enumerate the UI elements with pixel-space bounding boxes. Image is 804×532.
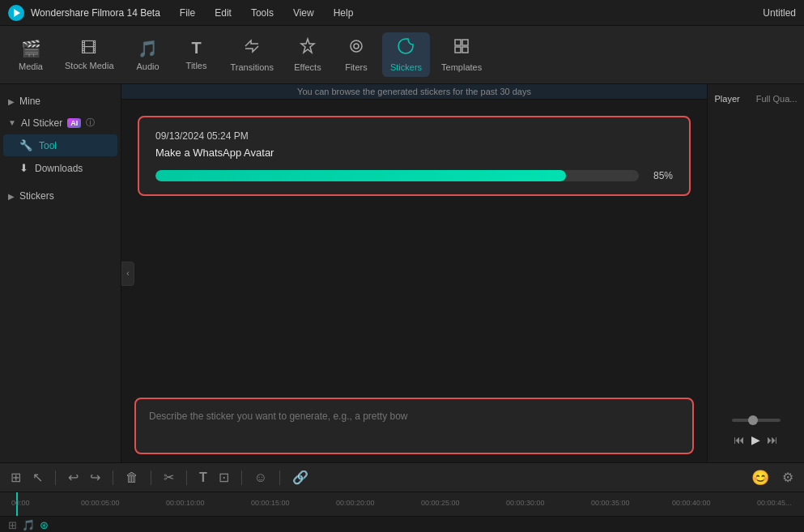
link-button[interactable]: 🔗 [290, 467, 311, 487]
effects-icon [299, 37, 317, 59]
toolbar-titles[interactable]: T Titles [174, 34, 219, 75]
separator-5 [241, 470, 242, 485]
progress-timestamp: 09/13/2024 05:24 PM [155, 130, 673, 142]
ai-badge: AI [67, 118, 81, 128]
tab-full-quality[interactable]: Full Qua... [751, 92, 802, 105]
menu-edit[interactable]: Edit [211, 6, 235, 20]
svg-point-4 [354, 44, 359, 49]
menu-file[interactable]: File [177, 6, 198, 20]
tab-player[interactable]: Player [710, 92, 745, 105]
mine-chevron-icon: ▶ [8, 97, 15, 106]
progress-bar-background [155, 170, 639, 181]
sidebar-section-ai-sticker[interactable]: ▼ AI Sticker AI ⓘ [0, 112, 121, 134]
toolbar-audio[interactable]: 🎵 Audio [125, 34, 171, 76]
app-logo [8, 5, 24, 21]
timeline-track: ⊞ 🎵 ⊛ [0, 517, 804, 532]
notification-text: You can browse the generated stickers fo… [297, 87, 531, 96]
crop-button[interactable]: ⊡ [216, 467, 232, 487]
stickers-chevron-icon: ▶ [8, 192, 15, 201]
toolbar-templates[interactable]: Templates [433, 32, 490, 77]
redo-button[interactable]: ↪ [87, 467, 103, 487]
collapse-sidebar-button[interactable]: ‹ [121, 262, 134, 286]
svg-marker-2 [301, 39, 314, 53]
sidebar-downloads-label: Downloads [35, 163, 83, 174]
emoji-button[interactable]: ☺ [252, 468, 270, 487]
toolbar-stickers[interactable]: Stickers [382, 32, 430, 77]
info-icon[interactable]: ⓘ [86, 117, 95, 129]
delete-button[interactable]: 🗑 [123, 468, 141, 487]
titles-icon: T [191, 39, 201, 57]
sidebar-item-downloads[interactable]: ⬇ Downloads [3, 157, 117, 179]
toolbar-stock-media[interactable]: 🎞 Stock Media [57, 34, 122, 75]
speed-slider-wrap: ⏮ ▶ ⏭ [708, 411, 804, 454]
separator-6 [279, 470, 280, 485]
play-button[interactable]: ▶ [751, 433, 760, 446]
playback-controls: ⏮ ▶ ⏭ [734, 433, 778, 446]
titles-label: Titles [186, 61, 207, 70]
stickers-label: Stickers [390, 62, 422, 72]
window-title: Untitled [763, 7, 796, 19]
next-frame-button[interactable]: ⏭ [767, 433, 778, 446]
stock-media-icon: 🎞 [81, 39, 97, 57]
select-tool-button[interactable]: ⊞ [8, 467, 23, 487]
sidebar-section-mine[interactable]: ▶ Mine [0, 91, 121, 112]
audio-label: Audio [136, 62, 159, 71]
toolbar-transitions[interactable]: Transitions [223, 32, 282, 77]
ruler-time-35: 00:00:35:00 [591, 499, 630, 507]
tool-icon: 🔧 [19, 139, 32, 151]
undo-button[interactable]: ↩ [66, 467, 81, 487]
media-label: Media [19, 62, 43, 71]
sidebar-mine-label: Mine [19, 96, 40, 107]
ai-track-icon[interactable]: ⊛ [40, 519, 49, 531]
toolbar-effects[interactable]: Effects [285, 32, 330, 77]
templates-label: Templates [441, 62, 482, 72]
progress-card: 09/13/2024 05:24 PM Make a WhatsApp Avat… [138, 116, 691, 196]
content-area: You can browse the generated stickers fo… [121, 84, 707, 462]
timeline-ruler: 00:00 00:00:05:00 00:00:10:00 00:00:15:0… [0, 492, 804, 517]
effects-label: Effects [294, 62, 321, 72]
add-video-track-icon[interactable]: ⊞ [8, 519, 17, 531]
text-button[interactable]: T [197, 468, 210, 487]
separator-4 [186, 470, 187, 485]
audio-icon: 🎵 [138, 39, 158, 58]
notification-bar: You can browse the generated stickers fo… [121, 84, 707, 100]
toolbar-filters[interactable]: Fiters [334, 32, 379, 77]
face-enhance-button[interactable]: 😊 [749, 466, 772, 489]
separator-3 [151, 470, 151, 485]
input-area [121, 389, 707, 462]
menu-view[interactable]: View [290, 6, 317, 20]
add-audio-track-icon[interactable]: 🎵 [22, 519, 35, 531]
cut-button[interactable]: ✂ [161, 467, 177, 487]
prev-frame-button[interactable]: ⏮ [734, 433, 745, 446]
sticker-description-input[interactable] [149, 411, 679, 433]
toolbar-media[interactable]: 🎬 Media [8, 34, 53, 76]
svg-rect-6 [462, 40, 468, 45]
menu-help[interactable]: Help [330, 6, 357, 20]
progress-title: Make a WhatsApp Avatar [155, 147, 673, 159]
ruler-time-30: 00:00:30:00 [506, 499, 545, 507]
svg-rect-8 [462, 47, 468, 53]
settings-button[interactable]: ⚙ [780, 467, 796, 487]
transitions-icon [243, 37, 261, 59]
sidebar: ▶ Mine ▼ AI Sticker AI ⓘ 🔧 Tool ⬇ Downlo… [0, 84, 121, 462]
sticker-input-box [134, 398, 694, 454]
progress-bar-wrap: 85% [155, 170, 673, 181]
title-bar: Wondershare Filmora 14 Beta File Edit To… [0, 0, 804, 26]
transitions-label: Transitions [231, 62, 274, 72]
cursor-tool-button[interactable]: ↖ [30, 467, 45, 487]
timeline-toolbar: ⊞ ↖ ↩ ↪ 🗑 ✂ T ⊡ ☺ 🔗 😊 ⚙ [0, 463, 804, 492]
sidebar-item-tool[interactable]: 🔧 Tool [3, 134, 117, 156]
progress-bar-fill [155, 170, 566, 181]
separator-2 [113, 470, 113, 485]
ruler-time-15: 00:00:15:00 [251, 499, 290, 507]
speed-slider[interactable] [732, 419, 781, 422]
filters-icon [347, 37, 365, 59]
svg-rect-5 [455, 40, 461, 45]
ruler-time-40: 00:00:40:00 [672, 499, 711, 507]
filters-label: Fiters [345, 62, 368, 72]
ruler-time-45: 00:00:45... [757, 499, 792, 507]
sidebar-section-stickers[interactable]: ▶ Stickers [0, 185, 121, 206]
svg-rect-7 [455, 47, 461, 53]
downloads-icon: ⬇ [19, 162, 28, 174]
menu-tools[interactable]: Tools [248, 6, 277, 20]
